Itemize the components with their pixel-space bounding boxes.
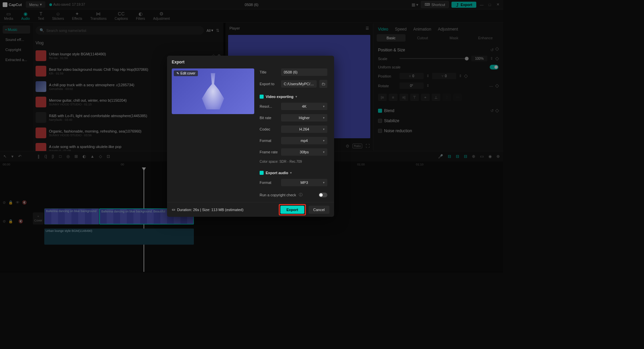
- export-path-input[interactable]: C:/Users/MyPC/AppD...: [281, 80, 317, 88]
- export-audio-label: Export audio: [266, 171, 288, 175]
- copyright-toggle[interactable]: [319, 193, 327, 197]
- framerate-select[interactable]: 30fps: [281, 148, 327, 156]
- export-highlight-box: Export: [279, 204, 306, 215]
- title-input[interactable]: 0508 (6): [281, 68, 327, 76]
- format-select[interactable]: mp4: [281, 137, 327, 144]
- audio-format-select[interactable]: MP3: [281, 179, 327, 186]
- browse-folder-button[interactable]: 🗀: [319, 80, 327, 88]
- info-icon[interactable]: ⓘ: [299, 192, 303, 197]
- checkbox-icon[interactable]: [260, 171, 264, 175]
- codec-select[interactable]: H.264: [281, 126, 327, 133]
- preview-content: [202, 73, 224, 109]
- checkbox-icon[interactable]: [260, 95, 264, 99]
- file-icon: ▭: [172, 207, 175, 212]
- copyright-check-label: Run a copyright check: [260, 193, 296, 197]
- edit-cover-button[interactable]: ✎Edit cover: [174, 70, 198, 76]
- duration-info: ▭Duration: 26s | Size: 113 MB (estimated…: [172, 207, 244, 212]
- video-exporting-label: Video exporting: [266, 95, 293, 99]
- export-dialog: Export ✎Edit cover Title0508 (6) Export …: [167, 56, 334, 217]
- colorspace-label: Color space: SDR - Rec.709: [260, 160, 327, 163]
- cancel-button[interactable]: Cancel: [309, 206, 329, 214]
- cover-preview: ✎Edit cover: [172, 68, 254, 114]
- dialog-title: Export: [167, 56, 334, 68]
- bitrate-select[interactable]: Higher: [281, 114, 327, 121]
- export-confirm-button[interactable]: Export: [280, 206, 304, 214]
- resolution-select[interactable]: 4K: [281, 103, 327, 110]
- folder-icon: 🗀: [322, 82, 325, 86]
- pencil-icon: ✎: [176, 71, 179, 75]
